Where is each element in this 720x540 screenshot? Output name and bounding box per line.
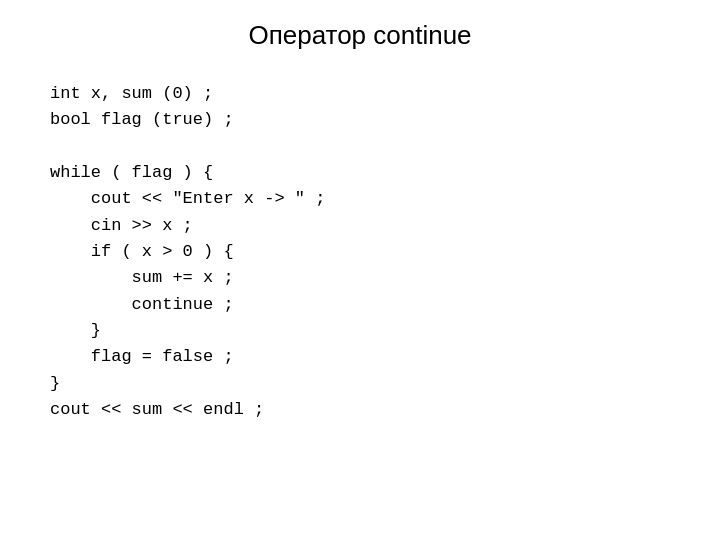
code-block: int x, sum (0) ; bool flag (true) ; whil… — [50, 81, 325, 423]
page: Оператор continue int x, sum (0) ; bool … — [0, 0, 720, 540]
page-title: Оператор continue — [248, 20, 471, 51]
